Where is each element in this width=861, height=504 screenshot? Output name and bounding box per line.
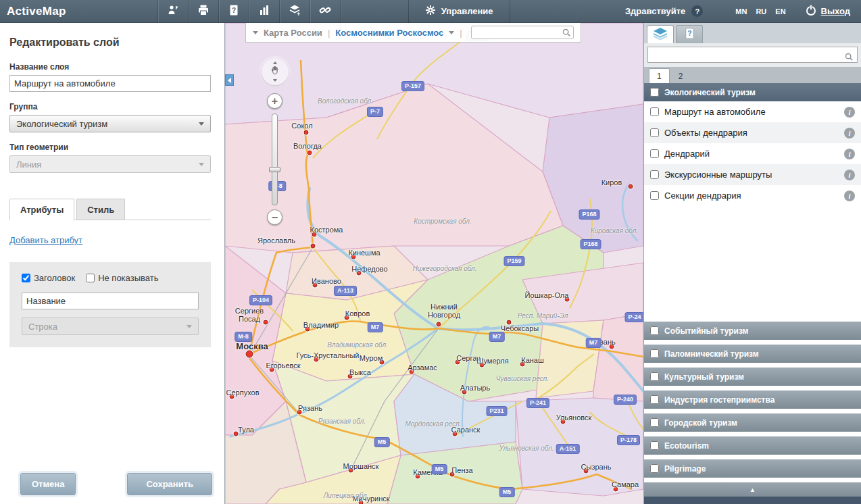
info-icon[interactable]: i	[844, 107, 855, 118]
chevron-down-icon	[187, 325, 192, 328]
group-checkbox[interactable]	[650, 88, 659, 97]
layer-checkbox[interactable]	[650, 191, 659, 200]
zoom-slider-handle[interactable]	[269, 167, 280, 172]
road-badge: М7	[586, 338, 601, 348]
manage-button[interactable]: Управление	[408, 0, 510, 23]
layer-row[interactable]: Маршрут на автомобилеi	[644, 101, 861, 122]
hide-checkbox-label[interactable]: Не показывать	[86, 273, 158, 283]
group-header[interactable]: Культурный туризм	[644, 368, 861, 386]
print-button[interactable]	[189, 0, 218, 23]
page-tab-1[interactable]: 1	[649, 68, 670, 83]
info-icon[interactable]: i	[844, 170, 855, 180]
logout-button[interactable]: Выход	[805, 4, 850, 19]
road-badge: Р168	[580, 239, 601, 249]
lang-ru[interactable]: RU	[756, 7, 766, 16]
group-header[interactable]: Событийный туризм	[644, 322, 861, 340]
topbar-right: Здравствуйте ? MNRUEN Выход	[625, 4, 861, 19]
chevron-down-icon[interactable]	[253, 31, 258, 34]
info-icon[interactable]: i	[844, 128, 855, 138]
map-canvas[interactable]: СоколВологдаКировКостромаЯрославльКинешм…	[225, 23, 643, 504]
report-icon: ?	[228, 4, 240, 18]
layers-search-input[interactable]	[647, 47, 858, 63]
group-header[interactable]: Индустрия гостеприимства	[644, 390, 861, 409]
group-label: Pilgrimage	[664, 464, 706, 474]
lang-en[interactable]: EN	[775, 7, 785, 16]
chevron-down-icon[interactable]	[449, 31, 454, 34]
header-checkbox-label[interactable]: Заголовок	[22, 273, 75, 283]
layer-row[interactable]: Секции дендрарияi	[644, 185, 861, 206]
page-tab-2[interactable]: 2	[671, 69, 691, 83]
hide-checkbox[interactable]	[86, 274, 95, 282]
group-header[interactable]: Паломнический туризм	[644, 345, 861, 363]
group-checkbox[interactable]	[650, 464, 659, 473]
layer-checkbox[interactable]	[650, 128, 659, 137]
tab-legend-help[interactable]: ?	[676, 25, 703, 43]
tab-layers[interactable]	[647, 25, 674, 43]
road-badge: М7	[368, 322, 383, 332]
layer-row[interactable]: Дендрарийi	[644, 143, 861, 164]
group-header[interactable]: Ecotourism	[644, 436, 861, 455]
group-header[interactable]: Городской туризм	[644, 413, 861, 432]
report-button[interactable]: ?	[219, 0, 249, 23]
search-icon[interactable]	[844, 52, 854, 61]
tab-attributes[interactable]: Атрибуты	[9, 199, 74, 220]
region-label: Чувашская респ.	[496, 375, 549, 382]
layer-checkbox[interactable]	[650, 149, 659, 158]
collapse-left-panel-button[interactable]	[225, 74, 234, 86]
tab-style[interactable]: Стиль	[76, 199, 125, 220]
city-label: Муром	[360, 354, 383, 362]
search-icon[interactable]	[562, 28, 571, 37]
map-search-input[interactable]	[471, 26, 574, 39]
road-badge: М5	[432, 464, 447, 474]
group-label: Индустрия гостеприимства	[664, 395, 774, 405]
header-checkbox[interactable]	[22, 274, 30, 282]
zoom-slider[interactable]	[272, 114, 278, 205]
attribute-type-select: Строка	[22, 318, 199, 335]
layer-checkbox[interactable]	[650, 170, 659, 179]
link-icon	[319, 4, 331, 18]
breadcrumb-base-map[interactable]: Карта России	[264, 28, 322, 38]
group-checkbox[interactable]	[650, 372, 659, 381]
attribute-name-input[interactable]	[22, 293, 199, 309]
manage-label: Управление	[441, 6, 493, 16]
add-layer-button[interactable]: +	[280, 0, 310, 23]
info-icon[interactable]: i	[844, 149, 855, 159]
city-label: Владимир	[303, 321, 339, 329]
layer-row[interactable]: Объекты дендрарияi	[644, 122, 861, 143]
add-attribute-link[interactable]: Добавить атрибут	[9, 235, 82, 245]
lang-mn[interactable]: MN	[735, 7, 747, 16]
layer-row[interactable]: Экскурсионные маршрутыi	[644, 164, 861, 185]
cancel-button[interactable]: Отмена	[20, 473, 76, 495]
city-label: Шумерля	[476, 357, 508, 365]
chart-button[interactable]	[249, 0, 279, 23]
group-header-expanded[interactable]: Экологический туризм	[644, 83, 861, 101]
group-checkbox[interactable]	[650, 395, 659, 404]
group-checkbox[interactable]	[650, 418, 659, 427]
save-button[interactable]: Сохранить	[127, 473, 212, 495]
region-label: Нижегородская обл.	[412, 265, 476, 272]
region-label: Рязанская обл.	[318, 418, 366, 425]
help-button[interactable]: ?	[691, 5, 703, 17]
region-label: Липецкая обл.	[324, 492, 369, 499]
user-location-button[interactable]	[158, 0, 188, 23]
group-header[interactable]: Pilgrimage	[644, 459, 861, 478]
zoom-out-button[interactable]: −	[267, 209, 282, 225]
info-icon[interactable]: i	[844, 191, 855, 201]
zoom-in-button[interactable]: +	[267, 93, 282, 109]
help-page-icon: ?	[683, 27, 696, 43]
city-label: Кострома	[310, 226, 343, 234]
breadcrumb-active-layer[interactable]: Космоснимки Роскосмос	[335, 28, 443, 38]
group-select[interactable]: Экологический туризм	[9, 115, 211, 132]
layers-panel-tabs: ?	[644, 23, 861, 43]
layer-list-empty-space	[644, 206, 861, 322]
scroll-up-bar[interactable]: ▲	[644, 482, 861, 497]
group-checkbox[interactable]	[650, 441, 659, 450]
group-checkbox[interactable]	[650, 326, 659, 335]
link-button[interactable]	[310, 0, 340, 23]
layer-list: Маршрут на автомобилеiОбъекты дендрарияi…	[644, 101, 861, 206]
group-select-value: Экологический туризм	[16, 119, 107, 129]
layer-name-input[interactable]	[9, 75, 211, 92]
pan-control[interactable]	[262, 58, 289, 85]
group-checkbox[interactable]	[650, 349, 659, 358]
layer-checkbox[interactable]	[650, 107, 659, 116]
